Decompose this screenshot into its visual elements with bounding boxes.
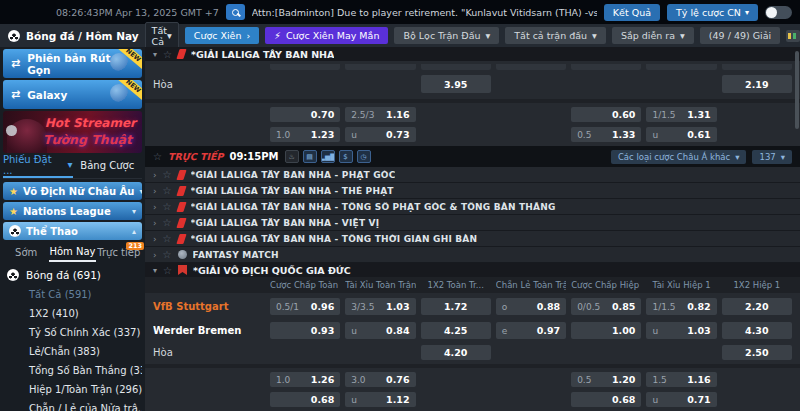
lucky-parlay-button[interactable]: ⚡Cược Xiên May Mắn [265,27,388,44]
star-icon[interactable]: ☆ [163,201,172,212]
sidebar-bet-type-item[interactable]: Chẵn / Lẻ của Nửa trậ... (274) [3,399,142,411]
submarket-row[interactable]: ›☆*GIẢI LALIGA TÂY BAN NHA - PHẠT GÓC [145,167,800,183]
board-icon[interactable]: ▤ [303,150,317,163]
odds-type-button[interactable]: Tỷ lệ cược CN▾ [667,4,758,21]
upcoming-button[interactable]: Sắp diễn ra▾ [612,27,694,44]
submarket-row[interactable]: ›☆*GIẢI LALIGA TÂY BAN NHA - THẺ PHẠT [145,183,800,199]
chevron-right-icon[interactable]: › [153,218,157,228]
drink-icon[interactable]: ♨ [285,150,299,163]
star-icon[interactable]: ☆ [153,151,162,162]
odds-cell[interactable]: 3.95 [421,75,491,93]
chevron-right-icon[interactable]: › [153,170,157,180]
section-header-laliga[interactable]: ▾ ☆ *GIẢI LALIGA TÂY BAN NHA [145,47,800,61]
submarket-row[interactable]: ›☆*GIẢI LALIGA TÂY BAN NHA - TỔNG THỜI G… [145,231,800,247]
odds-cell[interactable]: 0/0.50.85 [571,298,641,315]
odds-cell[interactable]: u0.71 [646,392,716,407]
match-filter-button[interactable]: Bộ Lọc Trận Đấu▾ [394,27,499,44]
stats-icon[interactable]: ▂▅▇ [321,150,335,163]
odds-cell[interactable]: 1/1.51.31 [646,107,716,122]
tab-bet-board[interactable]: Bảng Cược [73,153,143,178]
sidebar-sport-soccer[interactable]: Bóng đá (691) [3,264,142,285]
star-icon[interactable]: ☆ [163,169,172,180]
star-icon[interactable]: ☆ [163,185,172,196]
odds-cell[interactable]: 2.20 [722,298,792,315]
odds-cell[interactable]: 3.00.76 [345,372,415,387]
chevron-right-icon[interactable]: › [153,202,157,212]
odds-cell[interactable]: 1.01.26 [270,372,340,387]
theme-toggle[interactable] [765,6,792,19]
odds-cell[interactable]: 4.30 [722,322,792,339]
parlay-button[interactable]: Cược Xiên› [185,27,260,44]
chevron-down-icon[interactable]: ▾ [153,266,157,275]
chevron-right-icon[interactable]: › [153,250,157,260]
lite-version-button[interactable]: ⇄ Phiên bản Rút Gọn NEW [3,49,142,78]
galaxy-version-button[interactable]: ⇄ Galaxy NEW [3,80,142,109]
odds-cell[interactable]: 0.51.33 [571,127,641,142]
search-button[interactable] [226,4,245,20]
odds-cell[interactable]: 1.51.16 [646,372,716,387]
odds-cell[interactable]: 0.93 [270,322,340,339]
odds-cell[interactable]: 2.5/31.16 [345,107,415,122]
sidebar-bet-type-item[interactable]: Lẻ/Chẵn (383) [3,342,142,361]
team-home[interactable]: VfB Stuttgart [153,301,265,312]
sidebar-bet-type-item[interactable]: Tỷ Số Chính Xác (337) [3,323,142,342]
odds-cell[interactable]: 1.00 [571,322,641,339]
accordion-womens-euro[interactable]: ★ Võ Địch Nữ Châu Âu ▾ [3,182,142,200]
sidebar-bet-type-item[interactable]: Tổng Số Bàn Thắng (336) [3,361,142,380]
clock-icon[interactable]: ◷ [357,150,371,163]
sidebar-bet-type-item[interactable]: 1X2 (410) [3,304,142,323]
odds-cell[interactable]: 4.20 [421,345,491,360]
submarket-row[interactable]: ›☆*GIẢI LALIGA TÂY BAN NHA - VIỆT VỊ [145,215,800,231]
promo-banner[interactable]: Hot Streamer Tường Thuật [3,111,142,153]
odds-cell[interactable]: u0.61 [646,127,716,142]
odds-cell[interactable]: 2.50 [722,345,792,360]
odds-cell[interactable]: 0.51.20 [571,372,641,387]
market-count-button[interactable]: 137▾ [752,150,792,164]
accordion-nations-league[interactable]: ★ Nations League ▾ [3,202,142,220]
odds-cell[interactable]: u0.73 [345,127,415,142]
tab-early[interactable]: Sớm [3,243,49,262]
chevron-right-icon[interactable]: › [153,234,157,244]
submarket-row[interactable]: ›☆FANTASY MATCH [145,247,800,263]
odds-cell[interactable]: 1.72 [421,298,491,315]
odds-cell[interactable]: 0.5/10.96 [270,298,340,315]
star-icon[interactable]: ☆ [163,49,172,60]
section-header-bundesliga[interactable]: ▾ ☆ *GIẢI VÔ ĐỊCH QUỐC GIA ĐỨC [145,263,800,277]
odds-cell[interactable]: e0.97 [496,322,566,339]
odds-cell[interactable]: 1/1.50.82 [646,298,716,315]
odds-cell[interactable]: 0.68 [270,392,340,407]
tab-today[interactable]: Hôm Nay [49,243,95,262]
star-icon[interactable]: ☆ [163,217,172,228]
star-icon[interactable]: ☆ [163,249,172,260]
results-button[interactable]: Kết Quả [604,4,660,21]
odds-cell[interactable]: u0.84 [345,322,415,339]
league-count-button[interactable]: (49 / 49) Giải [700,27,780,44]
league-select[interactable]: Tất Cả▾ [145,22,179,50]
team-away[interactable]: Werder Bremen [153,325,265,336]
odds-cell[interactable]: u1.03 [646,322,716,339]
odds-cell[interactable]: 1.01.23 [270,127,340,142]
submarket-row[interactable]: ›☆*GIẢI LALIGA TÂY BAN NHA - TỔNG SỐ PHẠ… [145,199,800,215]
cashout-icon[interactable]: $ [339,150,353,163]
display-settings-icon[interactable] [786,30,800,42]
odds-cell[interactable]: 0.70 [270,107,340,122]
odds-cell[interactable]: 2.19 [722,75,792,93]
more-asian-bets-button[interactable]: Các loại cược Châu Á khác▾ [611,150,747,164]
star-icon[interactable]: ☆ [163,265,172,276]
scrollbar[interactable] [795,51,799,129]
odds-cell[interactable]: 4.25 [421,322,491,339]
chevron-down-icon[interactable]: ▾ [153,50,157,59]
tab-bet-slip[interactable]: Phiếu Đặt ...▾ [3,153,73,178]
sidebar-bet-type-item[interactable]: Hiệp 1/Toàn Trận (296) [3,380,142,399]
tab-live[interactable]: Trực tiếp213 [96,243,142,262]
star-icon[interactable]: ☆ [163,233,172,244]
odds-cell[interactable]: u1.12 [345,392,415,407]
odds-cell[interactable]: 0.60 [571,107,641,122]
odds-cell[interactable]: o0.88 [496,298,566,315]
odds-cell[interactable]: 3/3.51.03 [345,298,415,315]
sidebar-bet-type-item[interactable]: Tất Cả (591) [3,285,142,304]
accordion-sports[interactable]: Thể Thao ▴ [3,222,142,240]
all-matches-button[interactable]: Tất cả trận đấu▾ [505,27,606,44]
chevron-right-icon[interactable]: › [153,186,157,196]
odds-cell[interactable]: 0.68 [571,392,641,407]
